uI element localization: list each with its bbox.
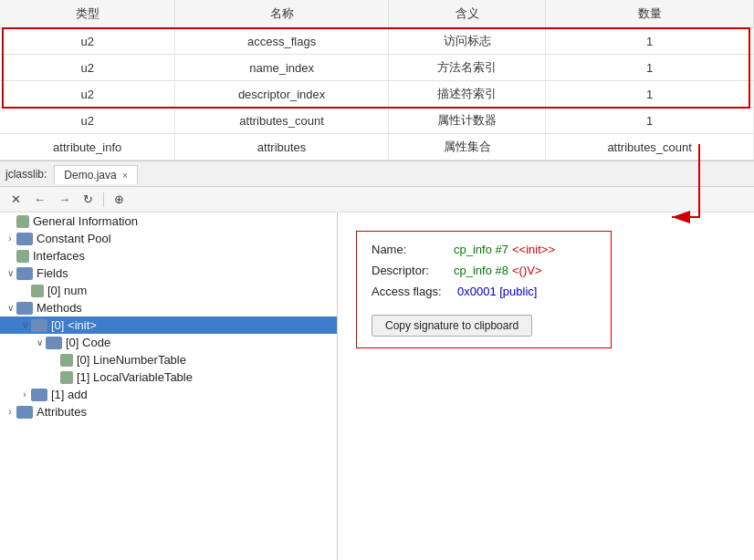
descriptor-label: Descriptor: [372,264,454,277]
tree-folder-icon [60,371,73,384]
tree-toggle[interactable]: › [18,389,31,399]
col-meaning: 含义 [388,0,545,28]
tree-folder-icon [60,354,73,367]
app-label: jclasslib: [5,168,47,181]
name-label: Name: [372,243,454,256]
tab-demo-java[interactable]: Demo.java × [54,165,138,184]
tree-item-label: General Information [33,214,138,228]
cell-count: 1 [546,28,754,55]
tree-toggle[interactable]: ∨ [4,303,16,313]
cell-meaning: 属性计数器 [388,108,545,134]
tree-item-interfaces[interactable]: Interfaces [0,247,337,264]
tab-bar: jclasslib: Demo.java × [0,161,754,187]
name-value: <<init>> [512,243,555,256]
tree-folder-icon [46,337,62,349]
table-row: attribute_infoattributes属性集合attributes_c… [0,134,754,161]
cell-type: u2 [0,28,175,55]
cell-type: u2 [0,55,175,81]
toolbar-web-btn[interactable]: ⊕ [109,190,130,209]
tree-toggle[interactable]: › [4,407,16,417]
tree-item-general[interactable]: General Information [0,213,337,230]
tree-item-methods-0-code-1-lvt[interactable]: [1] LocalVariableTable [0,368,337,386]
cell-name: attributes_count [175,108,388,134]
cell-name: descriptor_index [175,81,388,108]
table-row: u2name_index方法名索引1 [0,55,754,81]
tree-item-fields[interactable]: ∨Fields [0,264,337,282]
cell-type: u2 [0,108,175,134]
tree-toggle[interactable]: ∨ [4,268,16,278]
tree-item-label: [0] LineNumberTable [77,353,186,367]
cell-count: 1 [546,55,754,81]
cell-meaning: 描述符索引 [388,81,545,108]
tree-item-methods-1-add[interactable]: ›[1] add [0,386,337,403]
data-table-section: 类型 名称 含义 数量 u2access_flags访问标志1u2name_in… [0,0,754,161]
toolbar-forward-btn[interactable]: → [53,190,76,209]
col-count: 数量 [546,0,754,28]
table-row: u2access_flags访问标志1 [0,28,754,55]
cell-name: attributes [175,134,388,161]
toolbar-separator [103,192,104,207]
tree-item-label: [1] LocalVariableTable [77,370,193,384]
cell-type: attribute_info [0,134,175,161]
descriptor-row: Descriptor: cp_info #8 <()V> [372,264,596,277]
tab-close-icon[interactable]: × [122,170,128,181]
detail-panel: Name: cp_info #7 <<init>> Descriptor: cp… [338,213,754,560]
name-link[interactable]: cp_info #7 [454,243,508,256]
tree-folder-icon [16,250,29,263]
tree-item-label: Attributes [37,405,87,419]
main-table: 类型 名称 含义 数量 u2access_flags访问标志1u2name_in… [0,0,754,161]
tree-item-label: [0] Code [66,336,110,349]
toolbar-close-btn[interactable]: ✕ [5,190,26,209]
descriptor-value: <()V> [512,264,542,277]
tree-toggle[interactable]: › [4,233,16,244]
table-row: u2attributes_count属性计数器1 [0,108,754,134]
tree-folder-icon [31,319,47,332]
tree-item-label: Interfaces [33,249,85,263]
main-content-area: General Information›Constant Pool Interf… [0,213,754,560]
descriptor-link[interactable]: cp_info #8 [454,264,508,277]
access-value: 0x0001 [public] [457,285,537,298]
cell-name: name_index [175,55,388,81]
access-label: Access flags: [372,285,454,298]
table-row: u2descriptor_index描述符索引1 [0,81,754,108]
cell-meaning: 属性集合 [388,134,545,161]
tree-item-methods[interactable]: ∨Methods [0,299,337,316]
toolbar-refresh-btn[interactable]: ↻ [78,190,99,209]
tree-item-methods-0-code-0-lnt[interactable]: [0] LineNumberTable [0,351,337,368]
tree-item-methods-0-init[interactable]: ∨[0] <init> [0,316,337,334]
tree-folder-icon [31,285,44,297]
tree-toggle[interactable]: ∨ [33,337,46,347]
tree-folder-icon [16,267,33,280]
tree-item-label: [0] <init> [51,318,97,332]
tree-item-label: [1] add [51,388,88,401]
access-row: Access flags: 0x0001 [public] [372,285,596,298]
tree-panel: General Information›Constant Pool Interf… [0,213,338,560]
cell-count: 1 [546,81,754,108]
name-row: Name: cp_info #7 <<init>> [372,243,596,256]
copy-signature-button[interactable]: Copy signature to clipboard [372,315,532,337]
cell-type: u2 [0,81,175,108]
cell-meaning: 方法名索引 [388,55,545,81]
toolbar-back-btn[interactable]: ← [28,190,51,209]
tree-item-methods-0-code[interactable]: ∨[0] Code [0,334,337,351]
tree-item-fields-0-num[interactable]: [0] num [0,282,337,299]
col-name: 名称 [175,0,388,28]
toolbar: ✕ ← → ↻ ⊕ [0,187,754,213]
cell-name: access_flags [175,28,388,55]
tree-folder-icon [16,406,33,419]
col-type: 类型 [0,0,175,28]
tree-item-label: [0] num [47,284,87,297]
cell-count: 1 [546,108,754,134]
info-box: Name: cp_info #7 <<init>> Descriptor: cp… [356,231,612,348]
tree-folder-icon [31,389,47,401]
tree-item-label: Fields [37,266,68,280]
tree-item-constant-pool[interactable]: ›Constant Pool [0,230,337,247]
tree-folder-icon [16,233,33,245]
tree-item-attributes[interactable]: ›Attributes [0,403,337,420]
tab-label: Demo.java [64,169,116,181]
cell-count: attributes_count [546,134,754,161]
tree-item-label: Constant Pool [37,232,111,245]
tree-toggle[interactable]: ∨ [18,320,31,330]
tree-folder-icon [16,302,33,315]
tree-item-label: Methods [37,301,82,315]
